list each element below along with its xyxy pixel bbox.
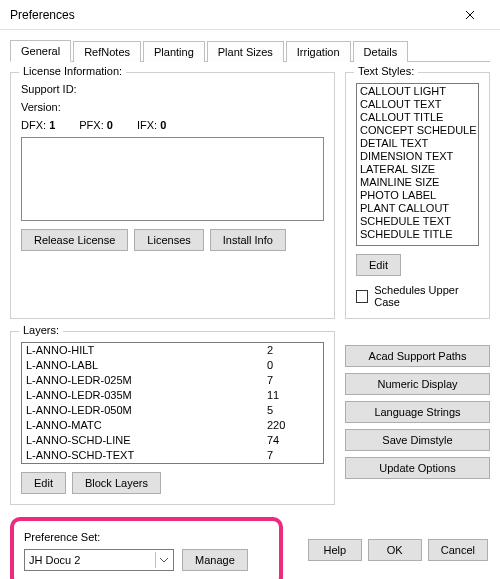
list-item[interactable]: PLANT CALLOUT [357,202,478,215]
list-item[interactable]: MAINLINE SIZE [357,176,478,189]
table-row[interactable]: L-ANNO-LABL0 [22,358,323,373]
language-strings-button[interactable]: Language Strings [345,401,490,423]
acad-support-paths-button[interactable]: Acad Support Paths [345,345,490,367]
ifx-value: 0 [160,119,166,131]
numeric-display-button[interactable]: Numeric Display [345,373,490,395]
tab-refnotes[interactable]: RefNotes [73,41,141,62]
list-item[interactable]: CALLOUT TEXT [357,98,478,111]
schedules-upper-label: Schedules Upper Case [374,284,479,308]
close-icon [465,10,475,20]
table-row[interactable]: L-ANNO-MATC220 [22,418,323,433]
list-item[interactable]: DETAIL TEXT [357,137,478,150]
dfx-value: 1 [49,119,55,131]
preference-set-group: Preference Set: JH Docu 2 Manage [10,517,283,579]
support-id-label: Support ID: [21,83,324,95]
ok-button[interactable]: OK [368,539,422,561]
list-item[interactable]: SCHEDULE TITLE [357,228,478,241]
table-row[interactable]: L-ANNO-SCHD-TEXT7 [22,448,323,463]
layers-edit-button[interactable]: Edit [21,472,66,494]
pfx-label: PFX: [79,119,103,131]
tab-general[interactable]: General [10,40,71,62]
version-label: Version: [21,101,324,113]
license-legend: License Information: [19,65,126,77]
block-layers-button[interactable]: Block Layers [72,472,161,494]
text-styles-group: Text Styles: CALLOUT LIGHT CALLOUT TEXT … [345,72,490,319]
window-title: Preferences [10,8,448,22]
ifx-label: IFX: [137,119,157,131]
preference-set-combo[interactable]: JH Docu 2 [24,549,174,571]
tab-strip: General RefNotes Planting Plant Sizes Ir… [10,38,490,62]
pfx-value: 0 [107,119,113,131]
side-buttons: Acad Support Paths Numeric Display Langu… [345,331,490,479]
layers-legend: Layers: [19,324,63,336]
manage-button[interactable]: Manage [182,549,248,571]
help-button[interactable]: Help [308,539,362,561]
cancel-button[interactable]: Cancel [428,539,488,561]
list-item[interactable]: DIMENSION TEXT [357,150,478,163]
preference-set-legend: Preference Set: [24,531,269,543]
text-styles-legend: Text Styles: [354,65,418,77]
dfx-label: DFX: [21,119,46,131]
schedules-upper-checkbox[interactable] [356,290,368,303]
title-bar: Preferences [0,0,500,30]
preference-set-value: JH Docu 2 [29,554,80,566]
list-item[interactable]: CALLOUT TITLE [357,111,478,124]
table-row[interactable]: L-ANNO-LEDR-035M11 [22,388,323,403]
save-dimstyle-button[interactable]: Save Dimstyle [345,429,490,451]
license-textarea[interactable] [21,137,324,221]
release-license-button[interactable]: Release License [21,229,128,251]
table-row[interactable]: L-ANNO-LEDR-050M5 [22,403,323,418]
layers-group: Layers: L-ANNO-HILT2 L-ANNO-LABL0 L-ANNO… [10,331,335,505]
list-item[interactable]: SCHEDULE TEXT [357,215,478,228]
licenses-button[interactable]: Licenses [134,229,203,251]
update-options-button[interactable]: Update Options [345,457,490,479]
text-styles-edit-button[interactable]: Edit [356,254,401,276]
list-item[interactable]: PHOTO LABEL [357,189,478,202]
license-group: License Information: Support ID: Version… [10,72,335,319]
list-item[interactable]: LATERAL SIZE [357,163,478,176]
layers-list[interactable]: L-ANNO-HILT2 L-ANNO-LABL0 L-ANNO-LEDR-02… [21,342,324,464]
table-row[interactable]: L-ANNO-LEDR-025M7 [22,373,323,388]
install-info-button[interactable]: Install Info [210,229,286,251]
dialog-footer: Help OK Cancel [308,539,488,561]
tab-planting[interactable]: Planting [143,41,205,62]
list-item[interactable]: CALLOUT LIGHT [357,85,478,98]
table-row[interactable]: L-ANNO-HILT2 [22,343,323,358]
tab-details[interactable]: Details [353,41,409,62]
tab-plantsizes[interactable]: Plant Sizes [207,41,284,62]
table-row[interactable]: L-ANNO-SCHD-LINE74 [22,433,323,448]
close-button[interactable] [448,1,492,29]
tab-irrigation[interactable]: Irrigation [286,41,351,62]
chevron-down-icon [155,552,171,568]
text-styles-list[interactable]: CALLOUT LIGHT CALLOUT TEXT CALLOUT TITLE… [356,83,479,246]
list-item[interactable]: CONCEPT SCHEDULE TEXT [357,124,478,137]
